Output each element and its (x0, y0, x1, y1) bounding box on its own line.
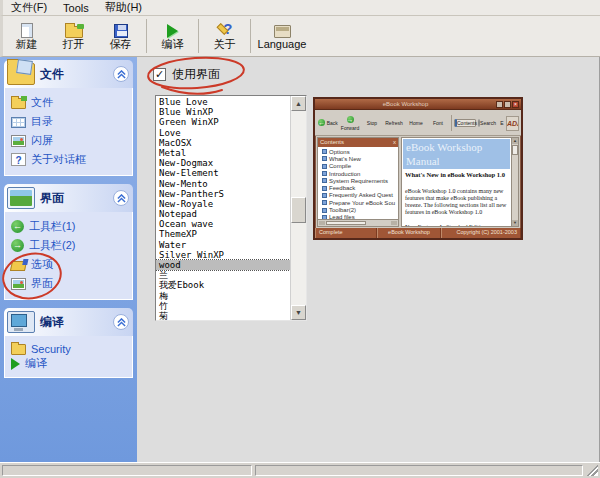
list-item[interactable]: 竹 (156, 301, 290, 311)
menu-bar: 文件(F) Tools 帮助(H) (0, 0, 600, 16)
preview-tree-item: Feedback (322, 184, 398, 191)
scroll-down-icon[interactable]: ▼ (291, 305, 306, 320)
scroll-up-icon[interactable]: ▲ (291, 96, 306, 111)
list-item[interactable]: Silver WinXP (156, 250, 290, 260)
list-item[interactable]: New-Royale (156, 199, 290, 209)
preview-tree-doc-icon (322, 178, 327, 183)
interface-monitor-icon (7, 187, 35, 209)
preview-search-button: Search (476, 120, 498, 126)
preview-main: Contents x Options What's New Compile In… (315, 136, 521, 228)
back-icon: ← (318, 119, 325, 126)
list-item[interactable]: Notepad (156, 209, 290, 219)
preview-forward-button: → Forward (339, 115, 361, 131)
status-bar (0, 462, 600, 478)
preview-extra-button: E (498, 120, 506, 126)
list-item[interactable]: Green WinXP (156, 117, 290, 127)
sidebar-item-splash[interactable]: 闪屏 (11, 131, 128, 150)
list-item[interactable]: 菊 (156, 311, 290, 320)
theme-listbox: Blue Love Blue WinXP Green WinXP Love Ma… (155, 95, 307, 321)
scrollbar-track[interactable] (291, 111, 306, 305)
list-item[interactable]: Love (156, 128, 290, 138)
list-item[interactable]: New-PantherS (156, 189, 290, 199)
preview-minimize-icon (496, 101, 503, 108)
preview-tree-item: Prepare Your eBook Sou (322, 199, 398, 206)
status-pane-left (2, 465, 252, 476)
preview-status-left: Complete (315, 228, 377, 238)
sidebar-item-directory[interactable]: 目录 (11, 112, 128, 131)
checkbox-label: 使用界面 (172, 66, 220, 83)
preview-logo: ADAPLOOP (506, 116, 519, 131)
sidebar-item-interface[interactable]: 界面 (11, 274, 128, 293)
main-toolbar: 新建 打开 保存 编译 关于 Language (0, 16, 600, 57)
use-interface-checkbox-row[interactable]: ✓ 使用界面 (153, 66, 220, 83)
preview-tree-item: Compile (322, 163, 398, 170)
sidebar-item-toolbar2[interactable]: → 工具栏(2) (11, 236, 128, 255)
scrollbar-thumb[interactable] (291, 197, 306, 223)
list-item[interactable]: Blue WinXP (156, 107, 290, 117)
list-item[interactable]: Water (156, 240, 290, 250)
preview-toolbar-separator (451, 115, 452, 131)
list-item[interactable]: 我爱Ebook (156, 280, 290, 290)
list-item[interactable]: 梅 (156, 291, 290, 301)
sidebar-item-file[interactable]: 文件 (11, 93, 128, 112)
sidebar-group-file: 文件 文件 目录 闪屏 (4, 60, 133, 176)
interface-image-icon (11, 278, 26, 290)
question-icon (11, 153, 26, 166)
list-item[interactable]: 兰 (156, 270, 290, 280)
resize-grip[interactable] (586, 464, 598, 476)
sidebar-item-security[interactable]: Security (11, 341, 128, 356)
checkbox-icon[interactable]: ✓ (153, 68, 166, 81)
sidebar-item-toolbar1[interactable]: ← 工具栏(1) (11, 217, 128, 236)
sidebar-item-about-dialog[interactable]: 关于对话框 (11, 150, 128, 169)
arrow-left-circle-icon: ← (11, 220, 24, 233)
list-scrollbar[interactable]: ▲ ▼ (290, 96, 306, 320)
preview-back-button: ← Back (317, 118, 339, 128)
chevron-up-icon[interactable] (113, 190, 129, 206)
sidebar-item-compile[interactable]: 编译 (11, 356, 128, 371)
preview-tree-doc-icon (322, 200, 327, 205)
menu-tools[interactable]: Tools (55, 1, 97, 15)
list-item[interactable]: New-Element (156, 168, 290, 178)
sidebar: 文件 文件 目录 闪屏 (0, 57, 137, 462)
preview-tree-doc-icon (322, 208, 327, 213)
list-item[interactable]: ThemeXP (156, 229, 290, 239)
preview-contents-button: Contents (454, 119, 476, 127)
list-item[interactable]: New-Mento (156, 179, 290, 189)
open-button[interactable]: 打开 (50, 16, 97, 56)
about-button[interactable]: 关于 (201, 16, 248, 56)
list-item[interactable]: MacOSX (156, 138, 290, 148)
list-item[interactable]: Metal (156, 148, 290, 158)
preview-article-heading: What's New in eBook Workshop 1.0 (405, 171, 510, 178)
sidebar-item-options[interactable]: 选项 (11, 255, 128, 274)
preview-close-icon: × (512, 101, 519, 108)
preview-status-right: Copyright (C) 2001-2003 (441, 228, 521, 238)
menu-help[interactable]: 帮助(H) (97, 0, 150, 16)
status-pane-right (255, 465, 583, 476)
preview-panel-close-icon: x (393, 138, 396, 147)
sidebar-group-file-header[interactable]: 文件 (4, 60, 133, 88)
compile-play-icon (11, 358, 20, 370)
preview-tree-doc-icon (322, 149, 327, 154)
language-button[interactable]: Language (253, 16, 311, 56)
preview-tree-item: Options (322, 148, 398, 155)
directory-grid-icon (11, 117, 26, 128)
menu-file[interactable]: 文件(F) (3, 0, 55, 16)
list-item-selected[interactable]: wood (156, 260, 290, 270)
sidebar-group-compile-header[interactable]: 编译 (4, 308, 133, 336)
preview-tree-item: Introduction (322, 170, 398, 177)
preview-horizontal-scrollbar (318, 219, 398, 226)
preview-tree: Options What's New Compile Introduction … (318, 147, 398, 219)
new-button[interactable]: 新建 (3, 16, 50, 56)
preview-status-mid: eBook Workshop (377, 228, 441, 238)
chevron-up-icon[interactable] (113, 66, 129, 82)
preview-stop-button: Stop (361, 120, 383, 126)
chevron-up-icon[interactable] (113, 314, 129, 330)
list-item[interactable]: Blue Love (156, 97, 290, 107)
sidebar-group-interface-header[interactable]: 界面 (4, 184, 133, 212)
save-button[interactable]: 保存 (97, 16, 144, 56)
compile-button[interactable]: 编译 (149, 16, 196, 56)
toolbar-separator (146, 19, 147, 53)
list-item[interactable]: New-Dogmax (156, 158, 290, 168)
list-item[interactable]: Ocean wave (156, 219, 290, 229)
preview-vertical-scrollbar: ▲ ▼ (511, 138, 518, 226)
